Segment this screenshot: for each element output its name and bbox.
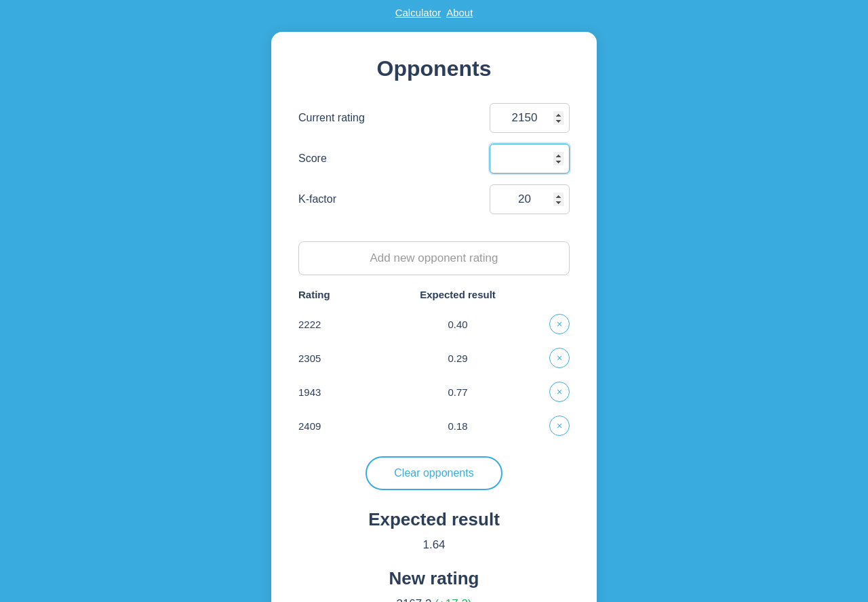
new-rating-number: 2167.2 [396, 597, 431, 602]
clear-opponents-button[interactable]: Clear opponents [366, 456, 502, 490]
score-label: Score [298, 153, 327, 165]
opponent-expected: 0.77 [380, 386, 536, 398]
top-navigation: Calculator About [395, 7, 473, 18]
opponent-rating: 2409 [298, 420, 380, 432]
opponent-rating: 1943 [298, 386, 380, 398]
about-link[interactable]: About [446, 7, 473, 18]
opponent-action: × [536, 348, 570, 368]
opponent-expected: 0.29 [380, 353, 536, 364]
remove-opponent-button[interactable]: × [549, 382, 570, 402]
card-title: Opponents [298, 56, 570, 81]
opponents-table: Rating Expected result 2222 0.40 × 2305 … [298, 289, 570, 443]
new-rating-title: New rating [298, 568, 570, 589]
opponent-rating: 2222 [298, 319, 380, 330]
column-header-expected: Expected result [380, 289, 536, 300]
calculator-link[interactable]: Calculator [395, 7, 441, 18]
remove-opponent-button[interactable]: × [549, 348, 570, 368]
remove-opponent-button[interactable]: × [549, 416, 570, 436]
k-factor-row: K-factor [298, 184, 570, 214]
score-input[interactable] [490, 144, 570, 174]
table-row: 2305 0.29 × [298, 341, 570, 375]
main-card: Opponents Current rating Score K-factor … [271, 32, 597, 602]
expected-result-title: Expected result [298, 509, 570, 530]
current-rating-label: Current rating [298, 112, 365, 124]
new-rating-value: 2167.2 (+17.2) [298, 597, 570, 602]
opponent-expected: 0.40 [380, 319, 536, 330]
add-opponent-button[interactable]: Add new opponent rating [298, 241, 570, 275]
table-header: Rating Expected result [298, 289, 570, 307]
table-row: 2222 0.40 × [298, 307, 570, 341]
opponent-expected: 0.18 [380, 420, 536, 432]
opponent-action: × [536, 314, 570, 334]
opponent-action: × [536, 382, 570, 402]
new-rating-change: (+17.2) [435, 597, 471, 602]
current-rating-row: Current rating [298, 103, 570, 133]
expected-result-value: 1.64 [298, 538, 570, 552]
table-row: 2409 0.18 × [298, 409, 570, 443]
table-row: 1943 0.77 × [298, 375, 570, 409]
opponent-rating: 2305 [298, 353, 380, 364]
remove-opponent-button[interactable]: × [549, 314, 570, 334]
k-factor-input[interactable] [490, 184, 570, 214]
current-rating-input[interactable] [490, 103, 570, 133]
score-row: Score [298, 144, 570, 174]
column-header-rating: Rating [298, 289, 380, 300]
k-factor-label: K-factor [298, 193, 336, 205]
column-header-action [536, 289, 570, 300]
opponent-action: × [536, 416, 570, 436]
